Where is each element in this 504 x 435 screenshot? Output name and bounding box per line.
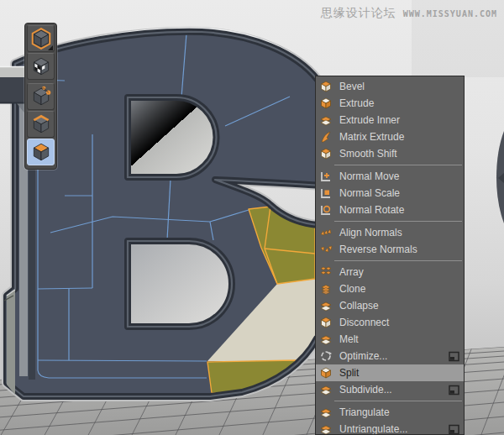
menu-item-normal-move[interactable]: Normal Move (316, 168, 464, 185)
cube-edges-icon (30, 113, 52, 135)
menu-item-label: Split (339, 364, 464, 381)
menu-item-normal-scale[interactable]: Normal Scale (316, 185, 464, 202)
subdivide-icon (318, 383, 333, 396)
menu-item-label: Clone (339, 280, 464, 297)
menu-item-untriangulate[interactable]: Untriangulate... (316, 421, 464, 435)
menu-item-smooth-shift[interactable]: Smooth Shift (316, 145, 464, 162)
menu-item-label: Optimize... (339, 348, 448, 364)
menu-item-optimize[interactable]: Optimize... (316, 348, 464, 364)
array-icon (318, 265, 333, 279)
menu-item-label: Extrude (339, 95, 464, 112)
menu-item-triangulate[interactable]: Triangulate (316, 404, 464, 421)
menu-item-label: Smooth Shift (339, 145, 464, 162)
untriangulate-icon (318, 422, 333, 435)
watermark-site-url: WWW.MISSYUAN.COM (403, 9, 497, 18)
toolbar-button-points-mode[interactable] (27, 83, 55, 110)
menu-item-align-normals[interactable]: Align Normals (316, 224, 464, 241)
menu-separator (334, 401, 462, 401)
smooth-shift-icon (318, 147, 333, 160)
menu-item-label: Collapse (339, 297, 464, 314)
menu-item-label: Bevel (339, 78, 464, 95)
menu-item-label: Align Normals (339, 224, 464, 241)
menu-item-matrix-extrude[interactable]: Matrix Extrude (316, 128, 464, 145)
menu-item-label: Untriangulate... (339, 421, 448, 435)
mode-toolbar (24, 23, 57, 170)
menu-item-split[interactable]: Split (316, 364, 464, 381)
collapse-icon (318, 299, 333, 312)
viewport[interactable]: Bevel Extrude Extrude InnerMatrix Extrud… (0, 0, 504, 435)
lower-hole (128, 241, 232, 327)
watermark-site-name: 思缘设计论坛 (321, 6, 396, 21)
disconnect-icon (318, 316, 333, 329)
bevel-icon (318, 80, 333, 93)
triangulate-icon (318, 406, 333, 419)
clone-icon (318, 282, 333, 296)
menu-item-label: Subdivide... (339, 381, 448, 398)
normal-move-icon (318, 170, 333, 183)
menu-item-extrude[interactable]: Extrude (316, 95, 464, 112)
options-dialog-icon[interactable] (448, 350, 460, 363)
menu-separator (334, 260, 462, 261)
menu-item-label: Array (339, 264, 464, 280)
menu-item-reverse-normals[interactable]: Reverse Normals (316, 241, 464, 258)
menu-item-array[interactable]: Array (316, 264, 464, 280)
menu-item-label: Normal Rotate (339, 202, 464, 218)
watermark: 思缘设计论坛 WWW.MISSYUAN.COM (321, 6, 497, 21)
menu-item-melt[interactable]: Melt (316, 331, 464, 348)
menu-item-normal-rotate[interactable]: Normal Rotate (316, 202, 464, 218)
toolbar-button-polygons-mode[interactable] (27, 139, 55, 165)
menu-item-label: Triangulate (339, 404, 464, 421)
cube-texture-icon (30, 55, 52, 77)
split-icon (318, 366, 333, 380)
cube-polygons-icon (30, 141, 52, 163)
menu-item-label: Disconnect (339, 314, 464, 331)
toolbar-button-texture-mode[interactable] (27, 53, 55, 80)
menu-item-label: Normal Scale (339, 185, 464, 202)
polygon-context-menu: Bevel Extrude Extrude InnerMatrix Extrud… (315, 76, 465, 435)
optimize-icon (318, 349, 333, 363)
reverse-normals-icon (318, 243, 333, 256)
menu-item-disconnect[interactable]: Disconnect (316, 314, 464, 331)
matrix-extrude-icon (318, 130, 333, 144)
menu-item-extrude-inner[interactable]: Extrude Inner (316, 112, 464, 128)
cube-points-icon (30, 86, 52, 107)
options-dialog-icon[interactable] (448, 423, 460, 435)
menu-item-bevel[interactable]: Bevel (316, 78, 464, 95)
menu-item-label: Melt (339, 331, 464, 348)
menu-item-label: Extrude Inner (339, 112, 464, 128)
menu-separator (334, 221, 462, 222)
align-normals-icon (318, 226, 333, 239)
toolbar-button-make-editable[interactable] (27, 25, 55, 52)
menu-item-subdivide[interactable]: Subdivide... (316, 381, 464, 398)
upper-hole (128, 97, 217, 177)
normal-rotate-icon (318, 203, 333, 217)
options-dialog-icon[interactable] (448, 384, 460, 396)
menu-item-label: Reverse Normals (339, 241, 464, 258)
menu-separator (334, 165, 462, 165)
menu-item-collapse[interactable]: Collapse (316, 297, 464, 314)
melt-icon (318, 333, 333, 346)
menu-item-label: Matrix Extrude (339, 128, 464, 145)
toolbar-button-edges-mode[interactable] (27, 111, 55, 138)
menu-item-clone[interactable]: Clone (316, 280, 464, 297)
extrude-inner-icon (318, 113, 333, 127)
extrude-icon (318, 97, 333, 110)
flyout-indicator (48, 45, 53, 50)
normal-scale-icon (318, 186, 333, 200)
menu-item-label: Normal Move (339, 168, 464, 185)
